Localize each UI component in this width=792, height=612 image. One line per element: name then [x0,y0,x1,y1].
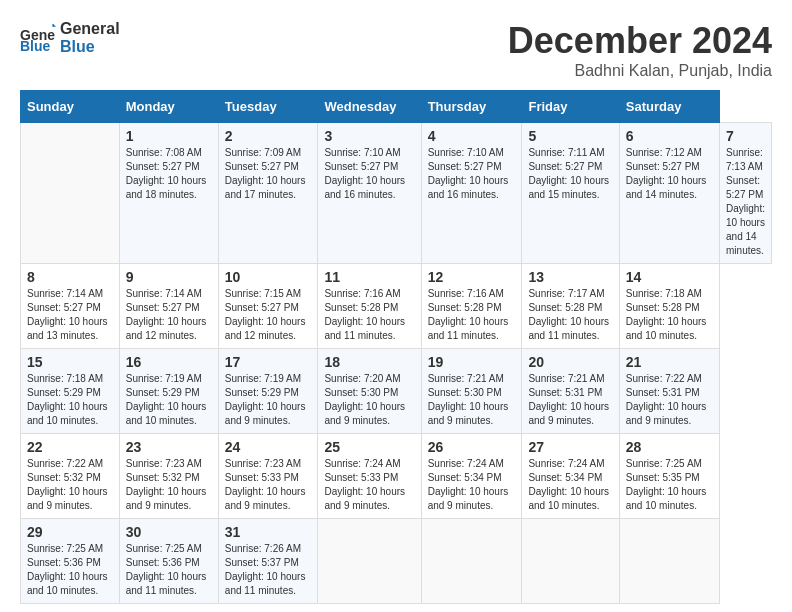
logo-blue-text: Blue [60,38,120,56]
page-subtitle: Badhni Kalan, Punjab, India [508,62,772,80]
calendar-cell: 24Sunrise: 7:23 AM Sunset: 5:33 PM Dayli… [218,434,318,519]
calendar-day-header: Wednesday [318,91,421,123]
day-number: 24 [225,439,312,455]
calendar-table: SundayMondayTuesdayWednesdayThursdayFrid… [20,90,772,604]
calendar-cell [421,519,522,604]
day-number: 1 [126,128,212,144]
day-info: Sunrise: 7:15 AM Sunset: 5:27 PM Dayligh… [225,287,312,343]
day-number: 29 [27,524,113,540]
day-number: 14 [626,269,713,285]
day-info: Sunrise: 7:22 AM Sunset: 5:31 PM Dayligh… [626,372,713,428]
day-info: Sunrise: 7:18 AM Sunset: 5:28 PM Dayligh… [626,287,713,343]
calendar-cell: 27Sunrise: 7:24 AM Sunset: 5:34 PM Dayli… [522,434,619,519]
calendar-week-row: 8Sunrise: 7:14 AM Sunset: 5:27 PM Daylig… [21,264,772,349]
calendar-cell: 12Sunrise: 7:16 AM Sunset: 5:28 PM Dayli… [421,264,522,349]
day-number: 27 [528,439,612,455]
day-number: 7 [726,128,765,144]
day-number: 12 [428,269,516,285]
day-info: Sunrise: 7:17 AM Sunset: 5:28 PM Dayligh… [528,287,612,343]
svg-text:Blue: Blue [20,38,51,52]
calendar-cell: 3Sunrise: 7:10 AM Sunset: 5:27 PM Daylig… [318,123,421,264]
day-info: Sunrise: 7:11 AM Sunset: 5:27 PM Dayligh… [528,146,612,202]
calendar-day-header: Tuesday [218,91,318,123]
day-info: Sunrise: 7:10 AM Sunset: 5:27 PM Dayligh… [324,146,414,202]
calendar-cell [522,519,619,604]
day-number: 22 [27,439,113,455]
page-header: General Blue General Blue December 2024 … [20,20,772,80]
day-number: 26 [428,439,516,455]
day-number: 9 [126,269,212,285]
calendar-cell: 17Sunrise: 7:19 AM Sunset: 5:29 PM Dayli… [218,349,318,434]
day-info: Sunrise: 7:16 AM Sunset: 5:28 PM Dayligh… [428,287,516,343]
day-info: Sunrise: 7:24 AM Sunset: 5:34 PM Dayligh… [528,457,612,513]
day-number: 19 [428,354,516,370]
day-number: 3 [324,128,414,144]
title-section: December 2024 Badhni Kalan, Punjab, Indi… [508,20,772,80]
calendar-cell: 2Sunrise: 7:09 AM Sunset: 5:27 PM Daylig… [218,123,318,264]
calendar-week-row: 1Sunrise: 7:08 AM Sunset: 5:27 PM Daylig… [21,123,772,264]
calendar-cell: 4Sunrise: 7:10 AM Sunset: 5:27 PM Daylig… [421,123,522,264]
day-info: Sunrise: 7:21 AM Sunset: 5:31 PM Dayligh… [528,372,612,428]
calendar-cell: 13Sunrise: 7:17 AM Sunset: 5:28 PM Dayli… [522,264,619,349]
day-info: Sunrise: 7:12 AM Sunset: 5:27 PM Dayligh… [626,146,713,202]
day-number: 31 [225,524,312,540]
day-info: Sunrise: 7:20 AM Sunset: 5:30 PM Dayligh… [324,372,414,428]
calendar-cell: 16Sunrise: 7:19 AM Sunset: 5:29 PM Dayli… [119,349,218,434]
day-info: Sunrise: 7:16 AM Sunset: 5:28 PM Dayligh… [324,287,414,343]
day-number: 10 [225,269,312,285]
calendar-cell [318,519,421,604]
day-number: 17 [225,354,312,370]
day-number: 15 [27,354,113,370]
day-info: Sunrise: 7:26 AM Sunset: 5:37 PM Dayligh… [225,542,312,598]
day-number: 5 [528,128,612,144]
logo-icon: General Blue [20,24,56,52]
calendar-cell: 26Sunrise: 7:24 AM Sunset: 5:34 PM Dayli… [421,434,522,519]
calendar-cell: 22Sunrise: 7:22 AM Sunset: 5:32 PM Dayli… [21,434,120,519]
calendar-cell: 19Sunrise: 7:21 AM Sunset: 5:30 PM Dayli… [421,349,522,434]
day-info: Sunrise: 7:13 AM Sunset: 5:27 PM Dayligh… [726,146,765,258]
calendar-cell: 25Sunrise: 7:24 AM Sunset: 5:33 PM Dayli… [318,434,421,519]
day-info: Sunrise: 7:24 AM Sunset: 5:34 PM Dayligh… [428,457,516,513]
logo: General Blue General Blue [20,20,120,55]
day-number: 4 [428,128,516,144]
day-number: 2 [225,128,312,144]
day-info: Sunrise: 7:08 AM Sunset: 5:27 PM Dayligh… [126,146,212,202]
calendar-cell: 6Sunrise: 7:12 AM Sunset: 5:27 PM Daylig… [619,123,719,264]
day-number: 21 [626,354,713,370]
day-info: Sunrise: 7:10 AM Sunset: 5:27 PM Dayligh… [428,146,516,202]
calendar-day-header: Saturday [619,91,719,123]
calendar-week-row: 15Sunrise: 7:18 AM Sunset: 5:29 PM Dayli… [21,349,772,434]
day-info: Sunrise: 7:25 AM Sunset: 5:36 PM Dayligh… [27,542,113,598]
logo-general: General [60,20,120,38]
day-info: Sunrise: 7:09 AM Sunset: 5:27 PM Dayligh… [225,146,312,202]
day-number: 16 [126,354,212,370]
day-info: Sunrise: 7:24 AM Sunset: 5:33 PM Dayligh… [324,457,414,513]
calendar-cell: 31Sunrise: 7:26 AM Sunset: 5:37 PM Dayli… [218,519,318,604]
calendar-day-header: Monday [119,91,218,123]
day-info: Sunrise: 7:25 AM Sunset: 5:35 PM Dayligh… [626,457,713,513]
day-info: Sunrise: 7:18 AM Sunset: 5:29 PM Dayligh… [27,372,113,428]
calendar-header: SundayMondayTuesdayWednesdayThursdayFrid… [21,91,772,123]
calendar-cell: 28Sunrise: 7:25 AM Sunset: 5:35 PM Dayli… [619,434,719,519]
day-number: 11 [324,269,414,285]
day-info: Sunrise: 7:23 AM Sunset: 5:33 PM Dayligh… [225,457,312,513]
day-number: 28 [626,439,713,455]
calendar-cell: 15Sunrise: 7:18 AM Sunset: 5:29 PM Dayli… [21,349,120,434]
svg-marker-2 [52,24,56,27]
calendar-cell: 18Sunrise: 7:20 AM Sunset: 5:30 PM Dayli… [318,349,421,434]
calendar-cell: 1Sunrise: 7:08 AM Sunset: 5:27 PM Daylig… [119,123,218,264]
calendar-week-row: 22Sunrise: 7:22 AM Sunset: 5:32 PM Dayli… [21,434,772,519]
day-number: 30 [126,524,212,540]
day-number: 20 [528,354,612,370]
calendar-day-header: Thursday [421,91,522,123]
day-info: Sunrise: 7:21 AM Sunset: 5:30 PM Dayligh… [428,372,516,428]
calendar-cell: 20Sunrise: 7:21 AM Sunset: 5:31 PM Dayli… [522,349,619,434]
day-info: Sunrise: 7:19 AM Sunset: 5:29 PM Dayligh… [225,372,312,428]
calendar-cell: 10Sunrise: 7:15 AM Sunset: 5:27 PM Dayli… [218,264,318,349]
day-number: 6 [626,128,713,144]
calendar-cell: 9Sunrise: 7:14 AM Sunset: 5:27 PM Daylig… [119,264,218,349]
calendar-cell: 21Sunrise: 7:22 AM Sunset: 5:31 PM Dayli… [619,349,719,434]
calendar-cell: 7Sunrise: 7:13 AM Sunset: 5:27 PM Daylig… [720,123,772,264]
calendar-cell: 29Sunrise: 7:25 AM Sunset: 5:36 PM Dayli… [21,519,120,604]
calendar-cell: 11Sunrise: 7:16 AM Sunset: 5:28 PM Dayli… [318,264,421,349]
